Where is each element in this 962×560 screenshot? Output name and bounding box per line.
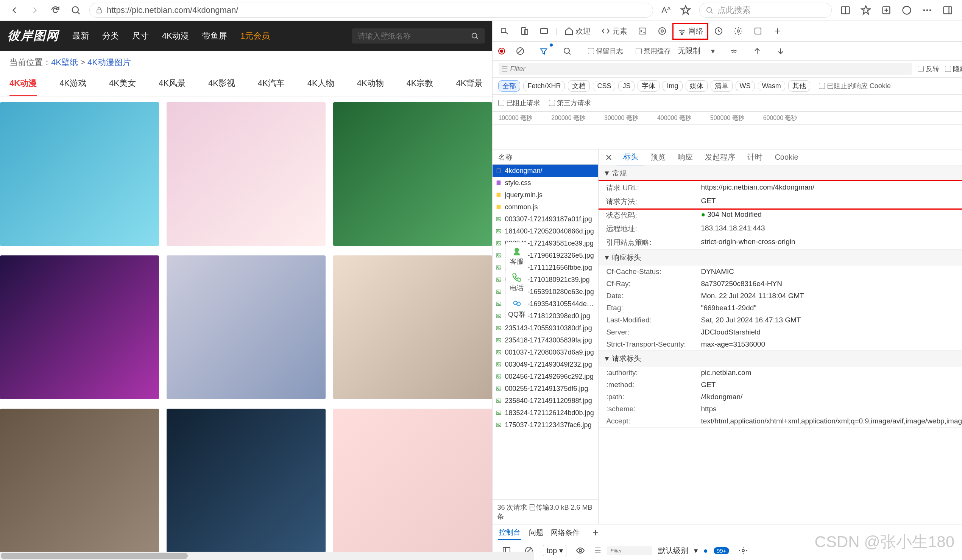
type-pill[interactable]: JS [618, 81, 634, 91]
filter-input[interactable] [499, 63, 912, 75]
cat-tab[interactable]: 4K动漫 [10, 74, 37, 96]
request-row[interactable]: style.css [492, 177, 598, 189]
section-header[interactable]: ▼ 常规 [599, 165, 962, 181]
name-header[interactable]: 名称 [492, 150, 598, 164]
refresh-icon[interactable] [48, 3, 62, 17]
collections-icon[interactable] [880, 3, 893, 17]
request-row[interactable]: 001037-1720800637d6a9.jpg [492, 346, 598, 358]
search-icon[interactable] [559, 44, 575, 58]
cat-tab[interactable]: 4K影视 [208, 74, 235, 96]
type-pill[interactable]: WS [736, 81, 755, 91]
tab-timing[interactable]: 计时 [741, 150, 768, 165]
thumbnail[interactable] [166, 256, 326, 399]
site-search[interactable] [352, 28, 484, 43]
float-phone[interactable]: 电话 [506, 269, 528, 296]
tab-console[interactable]: 控制台 [498, 526, 521, 540]
type-pill[interactable]: 文档 [568, 80, 590, 92]
crumb-link[interactable]: 4K动漫图片 [87, 58, 131, 67]
tab-initiator[interactable]: 发起程序 [699, 150, 741, 165]
cat-tab[interactable]: 4K人物 [307, 74, 334, 96]
site-search-input[interactable] [358, 32, 471, 40]
record-icon[interactable] [498, 48, 505, 55]
nav-vip[interactable]: 1元会员 [240, 30, 270, 42]
gear-icon[interactable] [735, 544, 752, 557]
inspect-icon[interactable] [496, 24, 513, 38]
filter-toggle-icon[interactable] [535, 44, 552, 58]
tab-issues[interactable]: 问题 [529, 528, 543, 537]
search-icon[interactable] [69, 3, 82, 17]
request-row[interactable]: 003307-1721493187a01f.jpg [492, 213, 598, 225]
url-bar[interactable]: https://pic.netbian.com/4kdongman/ [89, 3, 653, 18]
request-row[interactable]: common.js [492, 201, 598, 213]
cat-tab[interactable]: 4K宗教 [407, 74, 434, 96]
plus-icon[interactable] [769, 24, 786, 38]
type-pill[interactable]: Wasm [758, 81, 785, 91]
forward-icon[interactable] [28, 3, 42, 17]
search-icon[interactable] [471, 32, 479, 40]
request-row[interactable]: 003049-1721493049f232.jpg [492, 358, 598, 370]
request-row[interactable]: 235840-1721491120988f.jpg [492, 395, 598, 407]
horizontal-scrollbar[interactable] [0, 552, 534, 560]
tab-welcome[interactable]: 欢迎 [561, 24, 594, 39]
request-row[interactable]: 175037-1721123437fac6.jpg [492, 419, 598, 431]
tab-sources[interactable] [654, 24, 670, 38]
type-pill[interactable]: 媒体 [686, 80, 708, 92]
thumbnail[interactable] [0, 102, 159, 246]
blocked-cookie-checkbox[interactable]: 已阻止的响应 Cookie [819, 81, 891, 90]
split-icon[interactable] [839, 3, 852, 17]
type-pill[interactable]: 全部 [498, 80, 520, 92]
cat-tab[interactable]: 4K背景 [456, 74, 483, 96]
cat-tab[interactable]: 4K动物 [357, 74, 384, 96]
cat-tab[interactable]: 4K美女 [109, 74, 136, 96]
timeline-chart[interactable] [492, 125, 962, 150]
device-icon[interactable] [516, 24, 533, 38]
throttle-select[interactable]: 无限制 [678, 46, 701, 56]
request-row[interactable]: 181400-1720520040866d.jpg [492, 225, 598, 237]
thumbnail[interactable] [0, 409, 159, 552]
type-pill[interactable]: 字体 [638, 80, 660, 92]
thumbnail[interactable] [166, 102, 326, 246]
request-row[interactable]: 000255-1721491375df6.jpg [492, 383, 598, 395]
tab-application[interactable] [750, 24, 766, 38]
download-icon[interactable] [772, 44, 789, 58]
type-pill[interactable]: 其他 [788, 80, 810, 92]
cat-tab[interactable]: 4K汽车 [258, 74, 285, 96]
request-row[interactable]: 235143-170559310380df.jpg [492, 322, 598, 334]
favorites-icon[interactable] [859, 3, 873, 17]
upload-icon[interactable] [749, 44, 765, 58]
tab-netcond[interactable]: 网络条件 [551, 528, 579, 537]
nav-size[interactable]: 尺寸 [132, 30, 149, 42]
device-icon[interactable] [536, 24, 552, 38]
sidebar-icon[interactable] [941, 3, 954, 17]
close-icon[interactable] [600, 151, 617, 164]
more-icon[interactable] [920, 3, 934, 17]
invert-checkbox[interactable]: 反转 [918, 64, 939, 73]
request-row[interactable]: 4kdongman/ [492, 164, 598, 177]
request-row[interactable]: 183524-1721126124bd0b.jpg [492, 407, 598, 419]
request-row[interactable]: 002456-1721492696c292.jpg [492, 370, 598, 383]
request-row[interactable]: 235418-171743005839fa.jpg [492, 334, 598, 346]
console-filter[interactable] [607, 546, 652, 555]
wifi-icon[interactable] [725, 44, 742, 58]
tab-console[interactable] [634, 24, 651, 38]
cat-tab[interactable]: 4K风景 [159, 74, 186, 96]
context-select[interactable]: top ▾ [543, 545, 566, 556]
thumbnail[interactable] [333, 256, 492, 399]
gear-icon[interactable] [730, 24, 747, 38]
type-pill[interactable]: Img [663, 81, 682, 91]
thumbnail[interactable] [333, 409, 492, 552]
extensions-icon[interactable] [900, 3, 914, 17]
eye-icon[interactable] [572, 544, 589, 557]
star-icon[interactable] [679, 3, 692, 17]
tab-preview[interactable]: 预览 [644, 150, 671, 165]
tab-response[interactable]: 响应 [671, 150, 699, 165]
blocked-req-checkbox[interactable]: 已阻止请求 [498, 98, 540, 108]
clear-icon[interactable] [512, 44, 528, 58]
crumb-link[interactable]: 4K壁纸 [51, 58, 78, 67]
thumbnail[interactable] [0, 256, 159, 399]
float-help[interactable]: 客服 [506, 243, 528, 269]
nav-category[interactable]: 分类 [102, 30, 119, 42]
float-qq[interactable]: QQ群 [506, 296, 528, 322]
tab-headers[interactable]: 标头 [617, 150, 644, 166]
preserve-log-checkbox[interactable]: 保留日志 [588, 47, 623, 56]
